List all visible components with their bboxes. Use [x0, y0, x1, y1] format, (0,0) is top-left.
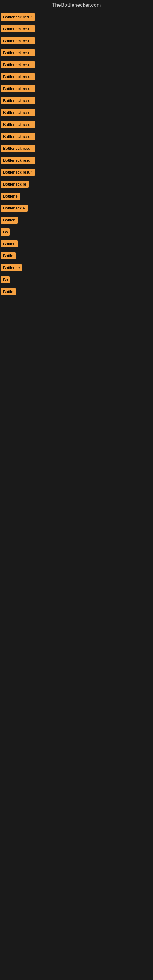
site-title-text: TheBottlenecker.com [52, 2, 101, 8]
list-item: Bottleneck result [0, 12, 153, 24]
bottleneck-badge[interactable]: Bottleneck result [1, 25, 35, 32]
list-item: Bottleneck result [0, 35, 153, 48]
list-item: Bottleneck result [0, 119, 153, 131]
bottleneck-badge[interactable]: Bottleneck result [1, 73, 35, 80]
list-item: Bo [0, 274, 153, 286]
list-item: Bottleneck result [0, 59, 153, 72]
bottleneck-badge[interactable]: Bottleneck result [1, 169, 35, 176]
items-container: Bottleneck resultBottleneck resultBottle… [0, 12, 153, 298]
bottleneck-badge[interactable]: Bottlenec [1, 264, 22, 271]
list-item: Bottleneck result [0, 131, 153, 143]
list-item: Bottleneck e [0, 203, 153, 215]
bottleneck-badge[interactable]: Bottleneck result [1, 121, 35, 128]
bottleneck-badge[interactable]: Bottleneck result [1, 37, 35, 45]
list-item: Bottlenec [0, 262, 153, 274]
bottleneck-badge[interactable]: Bo [1, 229, 10, 235]
list-item: Bottlen [0, 239, 153, 250]
bottleneck-badge[interactable]: Bottleneck result [1, 157, 35, 164]
list-item: Bottlene [0, 191, 153, 203]
bottleneck-badge[interactable]: Bottleneck result [1, 61, 35, 68]
list-item: Bottleneck result [0, 167, 153, 179]
list-item: Bottleneck result [0, 72, 153, 83]
bottleneck-badge[interactable]: Bottleneck result [1, 49, 35, 56]
list-item: Bottleneck result [0, 24, 153, 35]
bottleneck-badge[interactable]: Bottleneck result [1, 13, 35, 21]
list-item: Bottleneck re [0, 179, 153, 191]
bottleneck-badge[interactable]: Bottle [1, 252, 16, 259]
bottleneck-badge[interactable]: Bottleneck result [1, 85, 35, 92]
bottleneck-badge[interactable]: Bottleneck result [1, 133, 35, 140]
bottleneck-badge[interactable]: Bottleneck result [1, 109, 35, 116]
bottleneck-badge[interactable]: Bottlen [1, 240, 18, 247]
list-item: Bottle [0, 250, 153, 262]
list-item: Bottleneck result [0, 83, 153, 95]
bottleneck-badge[interactable]: Bottleneck e [1, 205, 27, 212]
list-item: Bottleneck result [0, 95, 153, 107]
bottleneck-badge[interactable]: Bottleneck re [1, 181, 29, 188]
bottleneck-badge[interactable]: Bottlene [1, 192, 20, 200]
list-item: Bottle [0, 286, 153, 298]
bottleneck-badge[interactable]: Bottleneck result [1, 145, 35, 152]
bottleneck-badge[interactable]: Bo [1, 276, 10, 283]
list-item: Bottleneck result [0, 155, 153, 167]
site-title: TheBottlenecker.com [0, 0, 153, 12]
list-item: Bottleneck result [0, 107, 153, 119]
list-item: Bottlen [0, 215, 153, 227]
list-item: Bottleneck result [0, 48, 153, 59]
list-item: Bo [0, 227, 153, 239]
list-item: Bottleneck result [0, 143, 153, 155]
bottleneck-badge[interactable]: Bottleneck result [1, 97, 35, 104]
bottleneck-badge[interactable]: Bottlen [1, 216, 18, 224]
bottleneck-badge[interactable]: Bottle [1, 288, 16, 295]
